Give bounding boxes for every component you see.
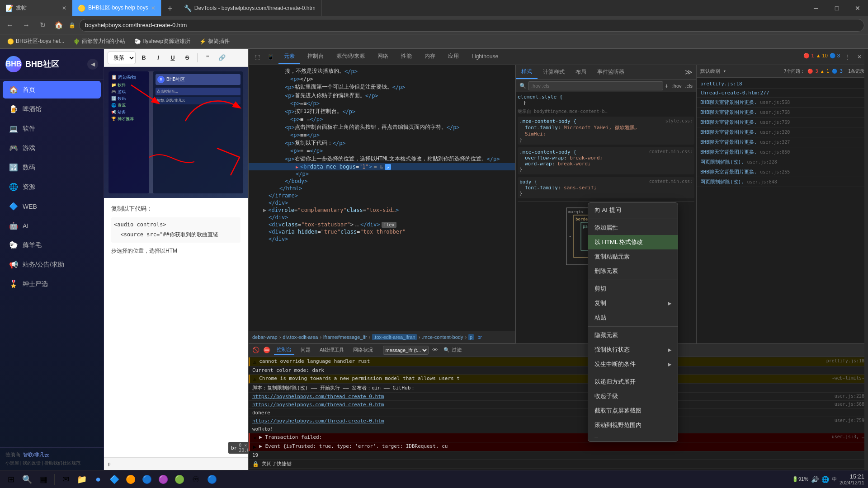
ctx-item-copy[interactable]: 复制 ▶ <box>588 296 678 310</box>
console-msg-7[interactable]: https://boyshelpboys.com/thread-create-0… <box>249 417 868 425</box>
chrome-icon[interactable]: ● <box>91 472 105 487</box>
tab-bhb[interactable]: 🟡 BHB社区-boys help boys ✕ <box>72 0 161 16</box>
sidebar-item-resources[interactable]: 🌐 资源 <box>3 178 101 196</box>
ctx-item-screenshot[interactable]: 截取节点屏幕截图 <box>588 404 678 418</box>
html-line-20[interactable]: <div aria-hidden="true" class="tox-throb… <box>249 228 515 235</box>
console-msg-4[interactable]: https://boyshelpboys.com/thread-create-0… <box>249 393 868 401</box>
html-line-1[interactable]: <p></p> <box>249 75 515 83</box>
log-link-5[interactable]: BHB聊天室背景图片更换. <box>700 129 757 135</box>
bookmark-item-0[interactable]: 🟡 BHB社区-boys hel... <box>4 37 68 46</box>
taskbar-icon-4[interactable]: 🔵 <box>140 472 154 487</box>
editor-canvas[interactable]: 📋 周边杂物 📁 软件 🎮 游戏 🔢 数码 🌐 资源 📢 站务 🏆 神才推荐 <box>104 67 248 457</box>
html-tree-view[interactable]: 接，不然是没法播放的。</p> <p></p> <p>粘贴里面第一个可以上传但是… <box>249 65 515 331</box>
tray-volume[interactable]: 🔊 <box>811 476 819 483</box>
explorer-icon[interactable]: 📁 <box>75 472 89 487</box>
log-default-level[interactable]: 默认级别 ▾ <box>700 68 726 75</box>
start-button[interactable]: ⊞ <box>4 472 18 487</box>
issues-sub-tab[interactable]: 问题 <box>298 346 313 354</box>
html-line-14[interactable]: </html> <box>249 185 515 192</box>
html-line-10[interactable]: <p>≡ =</p> <box>249 147 515 155</box>
ctx-item-expand[interactable]: 以递归方式展开 <box>588 375 678 389</box>
html-line-0[interactable]: 接，不然是没法播放的。</p> <box>249 67 515 75</box>
breadcrumb-item-3[interactable]: .tox-edit-area_ifran <box>372 334 416 340</box>
bold-button[interactable]: B <box>137 52 150 64</box>
html-line-18[interactable]: </div> <box>249 214 515 221</box>
html-line-7[interactable]: <p>点击控制台面板右上角的箭头按钮，再点击编辑页面内的字符。</p> <box>249 123 515 131</box>
style-tab-layout[interactable]: 布局 <box>570 66 592 79</box>
html-line-15[interactable]: </iframe> <box>249 192 515 199</box>
log-entry-4[interactable]: BHB聊天室背景图片更换. user.js:769 <box>697 117 868 127</box>
sidebar-item-wool[interactable]: 🐑 薅羊毛 <box>3 236 101 254</box>
expand-div[interactable]: ▶ <box>263 207 266 213</box>
html-line-17[interactable]: ▶ <div role="complementary" class="tox-s… <box>249 206 515 214</box>
html-line-4[interactable]: <p>=≡</p> <box>249 100 515 107</box>
sidebar-item-software[interactable]: 💻 软件 <box>3 120 101 137</box>
tab-bhb-close[interactable]: ✕ <box>151 5 156 11</box>
tab-add-button[interactable]: ＋ <box>161 0 179 16</box>
mail-icon[interactable]: ✉ <box>58 472 73 487</box>
log-link-7[interactable]: BHB聊天室背景图片更换. <box>700 149 757 155</box>
console-msg-0[interactable]: ⚠ cannot override language handler rust … <box>249 357 868 366</box>
dt-tab-performance[interactable]: 性能 <box>396 50 417 64</box>
maximize-button[interactable]: □ <box>826 0 847 16</box>
log-link-0[interactable]: prettify.js:18 <box>700 81 742 87</box>
close-button[interactable]: ✕ <box>847 0 868 16</box>
console-link-5[interactable]: https://boyshelpboys.com/thread-create-0… <box>252 402 832 408</box>
html-line-21[interactable]: </div> <box>249 235 515 243</box>
expand-arrow[interactable]: ▶ <box>296 164 298 169</box>
bookmark-item-1[interactable]: 🌵 西部苦力怕的小站 <box>70 37 129 46</box>
log-link-8[interactable]: 网页限制解除(改). <box>700 159 744 165</box>
taskbar-icon-8[interactable]: 🔵 <box>205 472 219 487</box>
taskbar-icon-5[interactable]: 🟣 <box>156 472 170 487</box>
html-line-12[interactable]: </p> <box>249 170 515 178</box>
console-link-7[interactable]: https://boyshelpboys.com/thread-create-0… <box>252 418 832 424</box>
html-line-16[interactable]: </div> <box>249 199 515 206</box>
ai-sub-tab[interactable]: AI处理工具 <box>317 346 347 354</box>
dt-tab-source[interactable]: 源代码/来源 <box>331 50 370 64</box>
log-link-10[interactable]: 网页限制解除(改). <box>700 179 744 185</box>
console-msg-3[interactable]: 脚本：复制限制解除(改) —— 开始执行 —— 发布者：qin —— GitHu… <box>249 384 868 393</box>
url-input[interactable] <box>79 19 864 32</box>
console-msg-5[interactable]: https://boyshelpboys.com/thread-create-0… <box>249 401 868 409</box>
html-line-2[interactable]: <p>粘贴里面第一个可以上传但是注册要钱。</p> <box>249 83 515 91</box>
minimize-button[interactable]: ─ <box>806 0 826 16</box>
home-button[interactable]: 🏠 <box>52 19 65 32</box>
log-entry-7[interactable]: BHB聊天室背景图片更换. user.js:850 <box>697 147 868 157</box>
log-link-6[interactable]: BHB聊天室背景图片更换. <box>700 139 757 145</box>
breadcrumb-item-4[interactable]: .mce-content-body <box>422 334 463 340</box>
devtools-more-button[interactable]: ⋮ <box>842 53 853 61</box>
log-entry-1[interactable]: thread-create-0.htm:277 <box>697 89 868 98</box>
devtools-inspect-icon[interactable]: ⬚ <box>252 53 263 61</box>
style-tabs-more[interactable]: ≫ <box>681 68 696 76</box>
console-msg-8[interactable]: woRkto! <box>249 425 868 433</box>
tray-ime[interactable]: 中 <box>832 476 837 483</box>
refresh-button[interactable]: ↻ <box>36 19 49 32</box>
devtools-mobile-icon[interactable]: 📱 <box>264 53 277 61</box>
log-link-9[interactable]: BHB聊天室背景图片更换. <box>700 169 757 175</box>
ctx-item-collapse[interactable]: 收起子级 <box>588 389 678 404</box>
log-entry-10[interactable]: 网页限制解除(改). user.js:848 <box>697 177 868 187</box>
breadcrumb-item-1[interactable]: div.tox-edit-area <box>283 334 318 340</box>
log-entry-0[interactable]: prettify.js:18 <box>697 80 868 89</box>
ctx-item-hide[interactable]: 隐藏元素 <box>588 328 678 343</box>
log-entry-2[interactable]: BHB聊天室背景图片更换. user.js:568 <box>697 98 868 108</box>
dt-tab-memory[interactable]: 内存 <box>419 50 441 64</box>
context-select[interactable]: message_ifr (t... <box>383 346 429 355</box>
italic-button[interactable]: I <box>152 52 165 64</box>
breadcrumb-item-2[interactable]: iframe#message_ifr <box>323 334 367 340</box>
quote-button[interactable]: " <box>201 52 214 64</box>
ctx-item-paste[interactable]: 粘贴 <box>588 310 678 325</box>
console-msg-6[interactable]: dohere <box>249 409 868 417</box>
search-button[interactable]: 🔍 <box>20 472 34 487</box>
system-clock[interactable]: 15:21 2024/12/11 <box>840 473 864 485</box>
html-line-8[interactable]: <p>≡≡</p> <box>249 131 515 139</box>
console-sub-tab[interactable]: 控制台 <box>274 345 294 355</box>
taskbar-icon-3[interactable]: 🟠 <box>123 472 138 487</box>
ctx-item-delete[interactable]: 删除元素 <box>588 264 678 278</box>
bookmark-item-2[interactable]: 🐑 flysheep资源避难所 <box>131 37 194 46</box>
link-button[interactable]: 🔗 <box>216 52 228 64</box>
ctx-item-ai[interactable]: 向 AI 提问 <box>588 203 678 217</box>
log-link-4[interactable]: BHB聊天室背景图片更换. <box>700 119 757 125</box>
tab-fatie[interactable]: 📝 发帖 ✕ <box>0 0 72 16</box>
devtools-close-button[interactable]: ✕ <box>854 53 864 61</box>
